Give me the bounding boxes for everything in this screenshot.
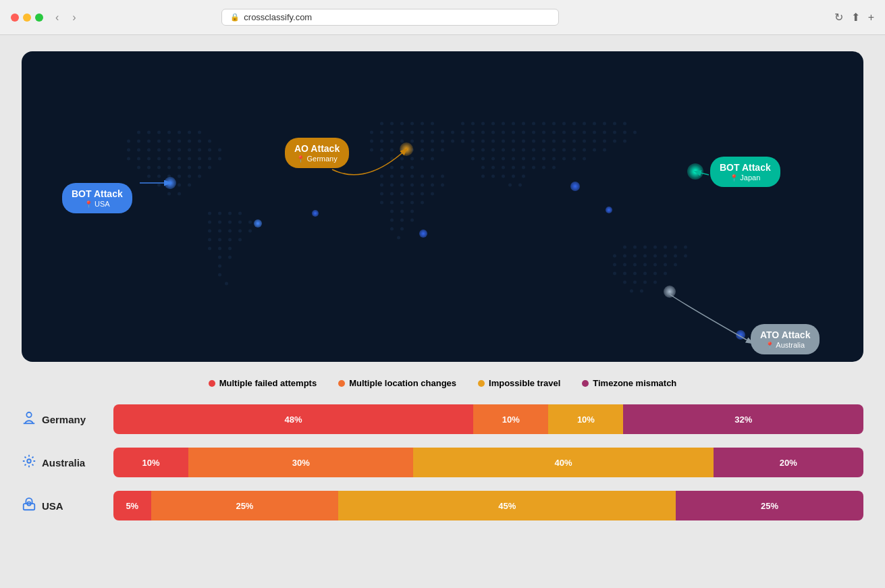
svg-point-269 [633, 263, 637, 267]
svg-point-64 [238, 221, 242, 224]
svg-point-148 [410, 201, 414, 205]
url-text: crossclassify.com [244, 12, 312, 22]
svg-point-263 [653, 255, 657, 258]
ato-australia-location: Australia [766, 341, 805, 349]
svg-point-183 [532, 131, 535, 134]
world-map-svg [22, 51, 863, 362]
svg-point-97 [451, 131, 454, 134]
svg-point-38 [147, 166, 151, 169]
svg-point-46 [157, 175, 161, 178]
svg-point-237 [481, 166, 485, 169]
bot-usa-label: BOT Attack USA [62, 183, 132, 213]
svg-point-233 [552, 157, 556, 161]
svg-point-138 [441, 184, 444, 187]
country-icon-usa [22, 497, 36, 515]
new-tab-button[interactable]: + [868, 11, 874, 24]
svg-point-100 [390, 140, 394, 143]
svg-point-128 [410, 175, 414, 178]
svg-point-2 [147, 131, 151, 134]
svg-point-50 [198, 175, 201, 178]
svg-point-85 [400, 122, 404, 126]
traffic-lights [11, 14, 43, 22]
ato-australia-label: ATO Attack Australia [751, 324, 820, 354]
svg-point-86 [410, 122, 414, 126]
svg-point-189 [593, 131, 596, 134]
stat-bar-australia: 10%30%40%20% [113, 448, 863, 477]
stat-row-usa: USA5%25%45%25% [22, 491, 863, 520]
svg-point-125 [380, 175, 383, 178]
back-button[interactable]: ‹ [51, 10, 63, 25]
svg-point-93 [410, 131, 414, 134]
stat-label-germany: Germany [22, 410, 103, 429]
svg-point-245 [481, 175, 485, 178]
svg-point-99 [380, 140, 383, 143]
reload-button[interactable]: ↻ [834, 11, 843, 24]
svg-point-88 [431, 122, 434, 126]
svg-point-185 [552, 131, 556, 134]
svg-point-221 [572, 149, 576, 152]
forward-button[interactable]: › [68, 10, 80, 25]
svg-point-218 [542, 149, 545, 152]
svg-point-264 [664, 255, 667, 258]
svg-point-278 [653, 272, 657, 275]
main-content: BOT Attack USA AO Attack Germany BOT Att… [0, 35, 885, 537]
svg-point-73 [228, 238, 232, 242]
share-button[interactable]: ⬆ [851, 11, 860, 24]
svg-point-106 [451, 140, 454, 143]
svg-point-51 [157, 184, 161, 187]
svg-point-248 [512, 175, 515, 178]
svg-point-135 [410, 184, 414, 187]
bar-segment: 30% [188, 448, 413, 477]
close-button[interactable] [11, 14, 19, 22]
svg-point-190 [603, 131, 606, 134]
svg-point-151 [400, 210, 404, 213]
svg-point-184 [542, 131, 545, 134]
svg-point-72 [218, 238, 221, 242]
stat-row-australia: Australia10%30%40%20% [22, 448, 863, 477]
svg-point-204 [562, 140, 566, 143]
svg-point-96 [441, 131, 444, 134]
svg-point-41 [178, 166, 181, 169]
legend-item-travel: Impossible travel [478, 378, 560, 388]
legend-label-travel: Impossible travel [489, 378, 560, 388]
svg-point-282 [643, 281, 647, 284]
svg-point-157 [400, 228, 404, 231]
address-bar[interactable]: 🔒 crossclassify.com [221, 9, 559, 26]
svg-point-67 [218, 230, 221, 233]
minimize-button[interactable] [23, 14, 31, 22]
svg-point-92 [400, 131, 404, 134]
svg-point-198 [502, 140, 505, 143]
svg-point-1 [137, 131, 140, 134]
bar-segment: 20% [714, 448, 863, 477]
svg-point-168 [552, 122, 556, 126]
svg-point-84 [390, 122, 394, 126]
svg-point-34 [198, 157, 201, 161]
japan-glow-dot [687, 163, 703, 180]
south-america-dot [254, 219, 262, 228]
svg-point-156 [390, 228, 394, 231]
svg-point-163 [502, 122, 505, 126]
svg-point-213 [491, 149, 495, 152]
australia-glow-dot [664, 286, 676, 298]
svg-point-49 [188, 175, 191, 178]
ao-germany-title: AO Attack [294, 143, 340, 154]
svg-point-116 [380, 157, 383, 161]
svg-point-217 [532, 149, 535, 152]
svg-point-281 [633, 281, 637, 284]
svg-point-103 [421, 140, 424, 143]
svg-point-208 [603, 140, 606, 143]
svg-point-152 [410, 210, 414, 213]
svg-point-83 [380, 122, 383, 126]
svg-point-122 [390, 166, 394, 169]
svg-point-246 [491, 175, 495, 178]
svg-point-24 [198, 149, 201, 152]
svg-point-266 [684, 255, 687, 258]
svg-point-196 [481, 140, 485, 143]
bar-segment: 5% [113, 491, 151, 520]
svg-point-102 [410, 140, 414, 143]
maximize-button[interactable] [35, 14, 43, 22]
svg-point-202 [542, 140, 545, 143]
svg-point-186 [562, 131, 566, 134]
lock-icon: 🔒 [230, 13, 240, 22]
stats-table: Germany48%10%10%32%Australia10%30%40%20%… [22, 404, 863, 520]
